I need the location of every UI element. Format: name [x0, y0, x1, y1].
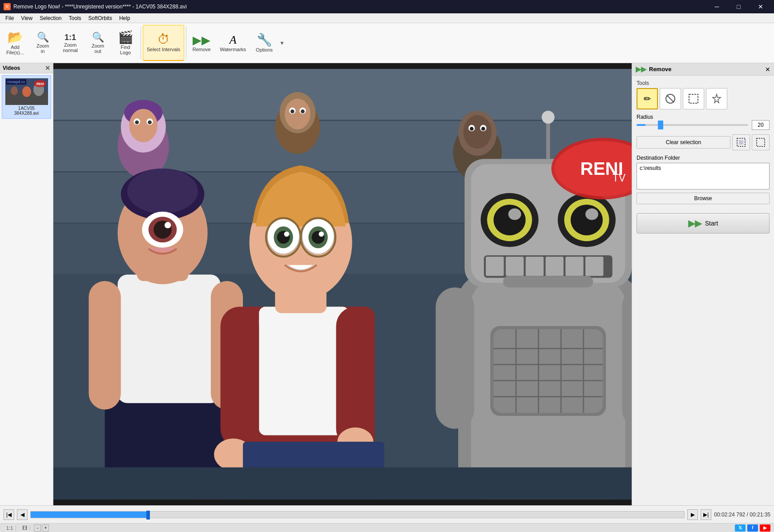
main-area: Videos ✕ RENI	[0, 63, 774, 505]
menu-softorbits[interactable]: SoftOrbits	[85, 14, 116, 22]
facebook-icon[interactable]: f	[747, 524, 758, 532]
zoom-in-icon: 🔍	[37, 32, 49, 42]
app-icon: R	[4, 3, 11, 10]
remove-button[interactable]: ▶▶ Remove	[188, 25, 215, 61]
tools-section: Tools ✏	[637, 80, 770, 109]
options-button[interactable]: 🔧 Options	[251, 25, 278, 61]
radius-slider-container	[637, 121, 748, 129]
watermarks-button[interactable]: A Watermarks	[216, 25, 250, 61]
video-thumbnail: RENI rncwpd.ru	[5, 78, 48, 105]
brush-tool-button[interactable]: ✏	[637, 88, 658, 109]
menu-view[interactable]: View	[17, 14, 36, 22]
video-list-item[interactable]: RENI rncwpd.ru 1ACV05384X288.avi	[2, 75, 51, 119]
svg-point-38	[290, 109, 294, 113]
svg-rect-55	[259, 307, 349, 435]
videos-panel: Videos ✕ RENI	[0, 63, 53, 505]
menu-help[interactable]: Help	[116, 14, 134, 22]
svg-point-95	[571, 205, 603, 235]
timeline[interactable]	[30, 511, 685, 518]
youtube-icon[interactable]: ▶	[760, 524, 770, 532]
destination-label: Destination Folder	[637, 155, 770, 161]
zoom-decrease-button[interactable]: -	[34, 524, 41, 532]
zoom-normal-button[interactable]: 1:1 Zoomnormal	[57, 25, 84, 61]
zoom-in-label: Zoomin	[36, 43, 49, 54]
twitter-icon[interactable]: 𝕏	[735, 524, 746, 532]
svg-rect-105	[503, 276, 593, 287]
film-status: 🎞	[20, 525, 30, 531]
start-arrow-icon: ▶▶	[688, 218, 701, 229]
time-display: 00:02:24 792 / 00:21:35	[714, 512, 770, 518]
action-row: Clear selection	[637, 134, 770, 150]
remove-icon: ▶▶	[193, 34, 210, 46]
svg-rect-87	[622, 287, 632, 429]
select-intervals-button[interactable]: ⏱ Select Intervals	[143, 25, 184, 61]
zoom-in-button[interactable]: 🔍 Zoomin	[29, 25, 56, 61]
svg-rect-57	[336, 307, 375, 448]
next-frame-button[interactable]: ▶	[687, 509, 698, 520]
skip-start-button[interactable]: |◀	[4, 509, 14, 520]
start-label: Start	[705, 220, 718, 227]
svg-point-24	[135, 121, 139, 125]
zoom-out-icon: 🔍	[92, 32, 104, 42]
toolbox-panel: ▶▶ Remove ✕ Tools ✏	[632, 63, 774, 505]
menu-tools[interactable]: Tools	[65, 14, 85, 22]
svg-text:TV: TV	[613, 172, 626, 184]
zoom-out-button[interactable]: 🔍 Zoomout	[85, 25, 111, 61]
svg-point-39	[301, 109, 305, 113]
svg-point-31	[470, 127, 474, 131]
zoom-value: 1:1	[6, 525, 13, 531]
svg-rect-56	[221, 307, 259, 448]
skip-end-button[interactable]: ▶|	[701, 509, 711, 520]
eraser-tool-button[interactable]	[660, 88, 681, 109]
select-rect-tool-button[interactable]	[683, 88, 704, 109]
select-all-button[interactable]	[732, 134, 750, 150]
social-icons: 𝕏 f ▶	[735, 524, 770, 532]
status-bar: 1:1 🎞 - + 𝕏 f ▶	[0, 523, 774, 532]
tools-section-label: Tools	[637, 80, 770, 86]
radius-slider[interactable]	[637, 124, 748, 126]
minimize-button[interactable]: ─	[707, 0, 727, 13]
window-title: Remove Logo Now! - ****Unregistered vers…	[13, 4, 707, 10]
destination-path-input[interactable]: c:\results	[637, 163, 770, 189]
svg-point-97	[585, 209, 598, 220]
svg-rect-86	[435, 287, 474, 429]
svg-rect-118	[739, 140, 743, 145]
add-files-label: AddFile(s)...	[6, 44, 24, 55]
zoom-controls: - +	[34, 524, 49, 532]
zoom-increase-button[interactable]: +	[42, 524, 49, 532]
svg-point-32	[481, 127, 485, 131]
thumb-watermark: rncwpd.ru	[6, 79, 27, 85]
maximize-button[interactable]: □	[729, 0, 749, 13]
toolbar-expand[interactable]: ▼	[278, 25, 286, 61]
toolbox-header: ▶▶ Remove ✕	[632, 63, 774, 76]
prev-frame-button[interactable]: ◀	[17, 509, 28, 520]
clear-selection-button[interactable]: Clear selection	[637, 136, 730, 149]
bottom-bar: |◀ ◀ ▶ ▶| 00:02:24 792 / 00:21:35 1:1 🎞 …	[0, 505, 774, 532]
video-file-name: 1ACV05384X288.avi	[14, 106, 39, 116]
timeline-progress	[31, 512, 148, 518]
start-button[interactable]: ▶▶ Start	[637, 213, 770, 234]
menu-file[interactable]: File	[2, 14, 17, 22]
close-button[interactable]: ✕	[750, 0, 770, 13]
add-files-button[interactable]: 📂 AddFile(s)...	[2, 25, 28, 61]
browse-button[interactable]: Browse	[637, 193, 770, 204]
find-logo-button[interactable]: 🎬 FindLogo	[112, 25, 139, 61]
select-magic-tool-button[interactable]	[706, 88, 727, 109]
timeline-thumb[interactable]	[146, 511, 150, 520]
menu-selection[interactable]: Selection	[36, 14, 65, 22]
svg-rect-101	[526, 257, 544, 276]
svg-rect-42	[89, 281, 121, 410]
svg-point-21	[129, 109, 157, 142]
watermarks-label: Watermarks	[220, 47, 246, 52]
toolbox-close-button[interactable]: ✕	[765, 66, 770, 73]
deselect-button[interactable]	[752, 134, 770, 150]
options-icon: 🔧	[257, 34, 272, 46]
svg-marker-116	[713, 94, 721, 103]
videos-panel-title: Videos	[3, 65, 20, 71]
svg-point-25	[148, 121, 152, 125]
svg-point-107	[542, 111, 555, 124]
svg-rect-102	[545, 257, 563, 276]
svg-rect-99	[486, 257, 504, 276]
videos-panel-close[interactable]: ✕	[45, 64, 50, 72]
video-display-area[interactable]: RENI TV	[53, 63, 632, 505]
